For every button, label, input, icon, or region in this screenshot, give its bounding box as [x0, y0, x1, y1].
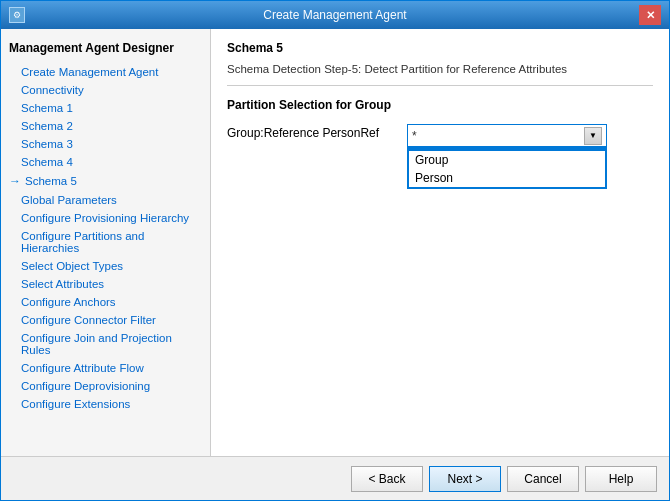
- sidebar-item-connectivity[interactable]: Connectivity: [1, 81, 210, 99]
- sidebar-item-configure-deprovisioning[interactable]: Configure Deprovisioning: [1, 377, 210, 395]
- dropdown-option-person[interactable]: Person: [409, 169, 605, 187]
- cancel-button[interactable]: Cancel: [507, 466, 579, 492]
- content-area: Management Agent Designer Create Managem…: [1, 29, 669, 456]
- sidebar-item-schema-5[interactable]: → Schema 5: [1, 171, 210, 191]
- sidebar-item-configure-connector-filter[interactable]: Configure Connector Filter: [1, 311, 210, 329]
- sidebar-item-configure-partitions-hierarchies[interactable]: Configure Partitions and Hierarchies: [1, 227, 210, 257]
- dropdown-current-value: *: [412, 129, 417, 143]
- main-panel: Schema 5 Schema Detection Step-5: Detect…: [211, 29, 669, 456]
- dropdown-container: * ▼ Group Person: [407, 124, 607, 189]
- footer: < Back Next > Cancel Help: [1, 456, 669, 500]
- main-window: ⚙ Create Management Agent ✕ Management A…: [0, 0, 670, 501]
- panel-title: Schema 5: [227, 41, 653, 55]
- sidebar-item-configure-anchors[interactable]: Configure Anchors: [1, 293, 210, 311]
- window-title: Create Management Agent: [31, 8, 639, 22]
- close-button[interactable]: ✕: [639, 5, 661, 25]
- sidebar-item-schema-1[interactable]: Schema 1: [1, 99, 210, 117]
- chevron-down-icon: ▼: [589, 131, 597, 140]
- sidebar-item-create-management-agent[interactable]: Create Management Agent: [1, 63, 210, 81]
- window-icon: ⚙: [9, 7, 25, 23]
- sidebar-item-schema-2[interactable]: Schema 2: [1, 117, 210, 135]
- sidebar-item-schema-3[interactable]: Schema 3: [1, 135, 210, 153]
- dropdown-option-group[interactable]: Group: [409, 151, 605, 169]
- field-label-group-ref: Group:Reference PersonRef: [227, 124, 407, 140]
- sidebar-item-global-parameters[interactable]: Global Parameters: [1, 191, 210, 209]
- sidebar-item-select-object-types[interactable]: Select Object Types: [1, 257, 210, 275]
- sidebar-item-schema-4[interactable]: Schema 4: [1, 153, 210, 171]
- help-button[interactable]: Help: [585, 466, 657, 492]
- dropdown-box: * ▼ Group Person: [407, 124, 607, 189]
- dropdown-arrow-button[interactable]: ▼: [584, 127, 602, 145]
- section-title: Partition Selection for Group: [227, 98, 653, 112]
- sidebar-item-select-attributes[interactable]: Select Attributes: [1, 275, 210, 293]
- sidebar-item-configure-provisioning-hierarchy[interactable]: Configure Provisioning Hierarchy: [1, 209, 210, 227]
- sidebar: Management Agent Designer Create Managem…: [1, 29, 211, 456]
- title-bar: ⚙ Create Management Agent ✕: [1, 1, 669, 29]
- dropdown-trigger[interactable]: * ▼: [408, 125, 606, 147]
- sidebar-item-configure-extensions[interactable]: Configure Extensions: [1, 395, 210, 413]
- sidebar-title: Management Agent Designer: [1, 37, 210, 63]
- step-description: Schema Detection Step-5: Detect Partitio…: [227, 63, 653, 86]
- active-arrow-icon: →: [9, 174, 21, 188]
- back-button[interactable]: < Back: [351, 466, 423, 492]
- next-button[interactable]: Next >: [429, 466, 501, 492]
- sidebar-item-configure-join-projection[interactable]: Configure Join and Projection Rules: [1, 329, 210, 359]
- field-row-group-ref: Group:Reference PersonRef * ▼ Group Pe: [227, 124, 653, 189]
- sidebar-item-configure-attribute-flow[interactable]: Configure Attribute Flow: [1, 359, 210, 377]
- dropdown-list: Group Person: [408, 147, 606, 188]
